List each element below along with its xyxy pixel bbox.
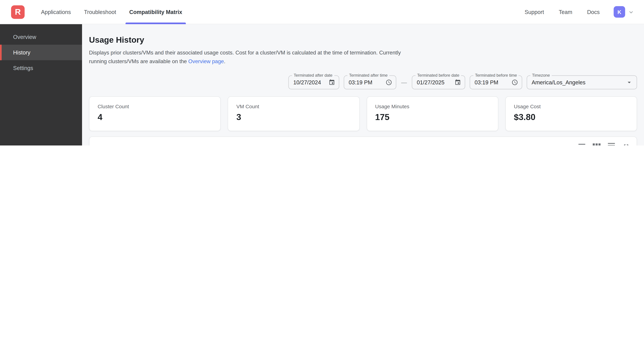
terminated-after-date-field[interactable]: Terminated after date 10/27/2024 — [288, 75, 339, 89]
date-range-separator: — — [401, 79, 407, 85]
terminated-before-time-field[interactable]: Terminated before time 03:19 PM — [470, 75, 522, 89]
team-link[interactable]: Team — [559, 9, 572, 15]
clock-icon[interactable] — [382, 79, 392, 85]
overview-page-link[interactable]: Overview page — [188, 58, 224, 64]
avatar[interactable]: K — [614, 6, 625, 17]
terminated-before-date-label: Terminated before date — [416, 73, 461, 77]
timezone-label: Timezone — [530, 73, 552, 77]
terminated-after-time-value: 03:19 PM — [349, 79, 372, 85]
clock-icon[interactable] — [508, 79, 518, 85]
terminated-after-date-value: 10/27/2024 — [293, 79, 321, 85]
usage-table-card: Actions Name↑↓ By↑↓ Cost↑↓ Distribution↑… — [89, 136, 637, 145]
stat-usage-cost: Usage Cost $3.80 — [505, 96, 637, 131]
terminated-before-date-field[interactable]: Terminated before date 01/27/2025 — [412, 75, 465, 89]
filter-icon[interactable] — [578, 142, 586, 145]
top-nav: R Applications Troubleshoot Compatibilit… — [0, 0, 644, 24]
main-content: Usage History Displays prior clusters/VM… — [82, 24, 644, 145]
columns-icon[interactable] — [592, 142, 600, 145]
calendar-icon[interactable] — [325, 79, 335, 85]
timezone-select[interactable]: Timezone America/Los_Angeles — [527, 75, 637, 89]
tab-troubleshoot[interactable]: Troubleshoot — [78, 0, 123, 24]
timezone-value: America/Los_Angeles — [532, 79, 586, 85]
density-icon[interactable] — [607, 142, 615, 145]
stat-label: VM Count — [236, 104, 351, 109]
stat-value: 175 — [375, 112, 490, 122]
dropdown-arrow-icon[interactable] — [622, 79, 633, 86]
calendar-icon[interactable] — [451, 79, 461, 85]
fullscreen-icon[interactable] — [622, 142, 630, 145]
sidebar-item-history[interactable]: History — [0, 45, 82, 60]
table-toolbar — [96, 137, 630, 145]
nav-tabs: Applications Troubleshoot Compatibility … — [34, 0, 189, 24]
terminated-after-date-label: Terminated after date — [292, 73, 334, 77]
docs-link[interactable]: Docs — [587, 9, 600, 15]
replicated-logo[interactable]: R — [11, 5, 24, 18]
page-description: Displays prior clusters/VMs and their as… — [89, 48, 410, 65]
stat-label: Usage Minutes — [375, 104, 490, 109]
sidebar-item-overview[interactable]: Overview — [0, 29, 82, 44]
terminated-before-time-value: 03:19 PM — [475, 79, 498, 85]
description-period: . — [224, 58, 226, 64]
stat-value: 4 — [98, 112, 212, 122]
tab-applications[interactable]: Applications — [34, 0, 78, 24]
support-link[interactable]: Support — [524, 9, 544, 15]
stat-usage-minutes: Usage Minutes 175 — [366, 96, 498, 131]
sidebar: Overview History Settings — [0, 24, 82, 145]
nav-links: Support Team Docs — [524, 9, 600, 15]
filters-bar: Terminated after date 10/27/2024 Termina… — [89, 75, 637, 89]
chevron-down-icon[interactable] — [628, 9, 634, 15]
stat-value: $3.80 — [514, 112, 628, 122]
terminated-before-time-label: Terminated before time — [474, 73, 519, 77]
stat-cluster-count: Cluster Count 4 — [89, 96, 221, 131]
stat-vm-count: VM Count 3 — [228, 96, 360, 131]
description-text: Displays prior clusters/VMs and their as… — [89, 49, 401, 64]
stat-label: Usage Cost — [514, 104, 628, 109]
terminated-after-time-label: Terminated after time — [348, 73, 389, 77]
stat-value: 3 — [236, 112, 351, 122]
page-title: Usage History — [89, 35, 637, 44]
sidebar-item-settings[interactable]: Settings — [0, 60, 82, 76]
tab-compatibility-matrix[interactable]: Compatibility Matrix — [123, 0, 189, 24]
terminated-before-date-value: 01/27/2025 — [417, 79, 444, 85]
stat-cards: Cluster Count 4 VM Count 3 Usage Minutes… — [89, 96, 637, 131]
app-window: R Applications Troubleshoot Compatibilit… — [0, 0, 644, 145]
stat-label: Cluster Count — [98, 104, 212, 109]
terminated-after-time-field[interactable]: Terminated after time 03:19 PM — [344, 75, 396, 89]
